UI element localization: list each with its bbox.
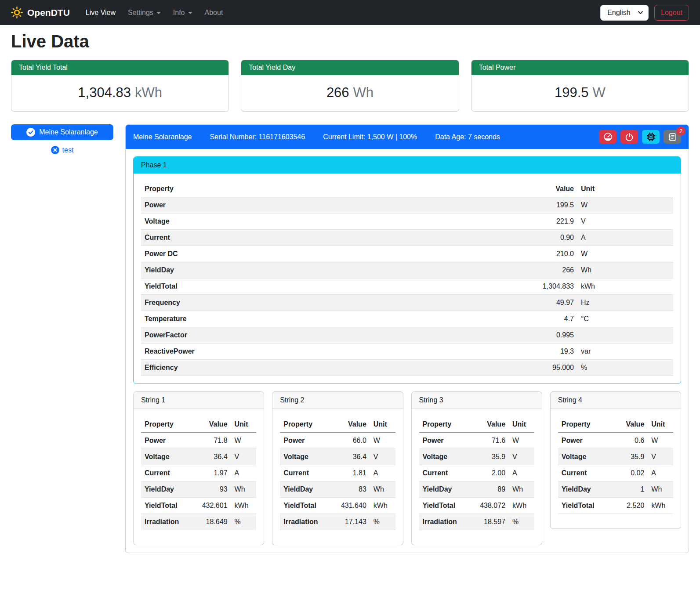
nav-item-settings[interactable]: Settings — [122, 5, 167, 20]
inverter-actions: 2 — [599, 130, 681, 144]
unit-cell: W — [577, 197, 673, 213]
unit-cell: W — [509, 433, 534, 449]
property-cell: Current — [141, 230, 471, 246]
inverter-item-test[interactable]: test — [11, 146, 113, 154]
unit-cell: % — [577, 360, 673, 376]
column-header-property: Property — [280, 416, 330, 433]
column-header-unit: Unit — [231, 416, 257, 433]
value-cell: 89 — [470, 481, 509, 498]
property-cell: Voltage — [558, 449, 609, 465]
table-head: Property Value Unit — [280, 416, 395, 433]
table-row: YieldTotal438.072kWh — [419, 498, 534, 514]
unit-cell: W — [648, 433, 673, 449]
table-row: Irradiation17.143% — [280, 514, 395, 530]
inverter-select-button[interactable]: Meine Solaranlage — [11, 124, 113, 140]
property-cell: Voltage — [141, 213, 471, 230]
phase-1-card: Phase 1 Property Value Unit Power199.5WV… — [133, 156, 681, 384]
table-row: YieldDay266Wh — [141, 262, 673, 279]
table-header-row: Property Value Unit — [558, 416, 673, 433]
property-cell: Current — [558, 465, 609, 481]
table-row: Efficiency95.000% — [141, 360, 673, 376]
property-cell: Irradiation — [141, 514, 192, 530]
nav-item-about[interactable]: About — [199, 5, 229, 20]
total-yield-day-card: Total Yield Day 266Wh — [241, 60, 459, 112]
property-cell: Power — [141, 433, 192, 449]
unit-cell: W — [577, 246, 673, 262]
card-unit: Wh — [353, 85, 374, 100]
string-4-card: String 4 Property Value Unit — [550, 391, 681, 529]
unit-cell: kWh — [370, 498, 395, 514]
nav-item-info[interactable]: Info — [167, 5, 199, 20]
property-cell: YieldTotal — [141, 498, 192, 514]
unit-cell: var — [577, 344, 673, 360]
unit-cell: V — [648, 449, 673, 465]
logout-button[interactable]: Logout — [654, 5, 689, 21]
value-cell: 18.649 — [192, 514, 231, 530]
value-cell: 49.97 — [471, 295, 577, 311]
value-cell: 35.9 — [470, 449, 509, 465]
value-cell: 71.8 — [192, 433, 231, 449]
property-cell: Temperature — [141, 311, 471, 327]
nav-item-live-view[interactable]: Live View — [80, 5, 122, 20]
table-row: YieldDay93Wh — [141, 481, 256, 498]
property-cell: Efficiency — [141, 360, 471, 376]
unit-cell: kWh — [231, 498, 257, 514]
string-1-header: String 1 — [134, 392, 264, 409]
inverter-item-label: test — [62, 146, 74, 154]
inverter-sidebar: Meine Solaranlage test — [11, 124, 113, 154]
value-cell: 93 — [192, 481, 231, 498]
table-head: Property Value Unit — [141, 181, 673, 197]
power-control-button[interactable] — [620, 130, 638, 144]
table-body: Power71.6WVoltage35.9VCurrent2.00AYieldD… — [419, 433, 534, 530]
phase-1-header: Phase 1 — [134, 157, 681, 174]
column-header-property: Property — [419, 416, 470, 433]
device-info-button[interactable] — [642, 130, 660, 144]
value-cell: 1.81 — [331, 465, 370, 481]
phase-1-body: Property Value Unit Power199.5WVoltage22… — [134, 174, 681, 384]
string-3-table: Property Value Unit Power71.6WVoltage35.… — [419, 416, 534, 530]
value-cell: 0.90 — [471, 230, 577, 246]
table-row: Power199.5W — [141, 197, 673, 213]
nav-item-label: About — [205, 9, 223, 17]
total-yield-total-card: Total Yield Total 1,304.83kWh — [11, 60, 229, 112]
value-cell: 1 — [609, 481, 648, 498]
string-1-card: String 1 Property Value Unit — [133, 391, 264, 545]
unit-cell: % — [231, 514, 257, 530]
property-cell: Power DC — [141, 246, 471, 262]
column-header-property: Property — [141, 181, 471, 197]
table-row: Voltage221.9V — [141, 213, 673, 230]
limit-settings-button[interactable] — [599, 130, 617, 144]
language-select[interactable]: English — [600, 5, 649, 21]
property-cell: Irradiation — [419, 514, 470, 530]
value-cell: 0.6 — [609, 433, 648, 449]
string-4-header: String 4 — [551, 392, 681, 409]
string-2-header: String 2 — [272, 392, 403, 409]
unit-cell: Wh — [648, 481, 673, 498]
value-cell: 1.97 — [192, 465, 231, 481]
table-row: YieldTotal2.520kWh — [558, 498, 673, 514]
sun-icon — [11, 7, 23, 18]
card-value: 1,304.83 — [78, 85, 131, 100]
event-log-button[interactable]: 2 — [664, 130, 681, 144]
value-cell: 1,304.833 — [471, 279, 577, 295]
table-header-row: Property Value Unit — [141, 416, 256, 433]
table-row: YieldDay89Wh — [419, 481, 534, 498]
unit-cell: A — [231, 465, 257, 481]
property-cell: YieldTotal — [419, 498, 470, 514]
table-row: Power71.8W — [141, 433, 256, 449]
table-row: PowerFactor0.995 — [141, 327, 673, 344]
card-body: 1,304.83kWh — [11, 75, 228, 111]
inverter-select-label: Meine Solaranlage — [39, 128, 98, 136]
table-head: Property Value Unit — [141, 416, 256, 433]
table-row: Voltage36.4V — [280, 449, 395, 465]
card-value: 199.5 — [555, 85, 589, 100]
app-brand[interactable]: OpenDTU — [11, 7, 70, 18]
property-cell: Current — [419, 465, 470, 481]
value-cell: 0.995 — [471, 327, 577, 344]
page: Live Data Total Yield Total 1,304.83kWh … — [0, 32, 700, 562]
inverter-data-age: Data Age: 7 seconds — [435, 133, 500, 141]
unit-cell: °C — [577, 311, 673, 327]
string-3-header: String 3 — [412, 392, 542, 409]
unit-cell: Wh — [577, 262, 673, 279]
column-header-unit: Unit — [648, 416, 673, 433]
